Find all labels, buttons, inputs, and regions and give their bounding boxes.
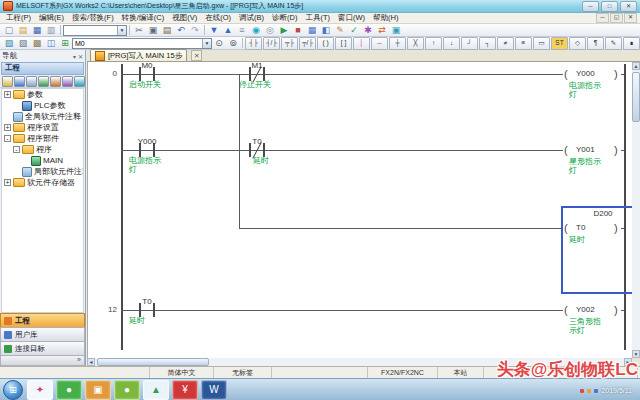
verify-with-plc-icon[interactable]: ≡ [235,25,249,36]
tree-item-program-setting[interactable]: +程序设置 [2,122,83,133]
contact-t0-nc[interactable]: T0 [233,137,281,146]
find-next-icon[interactable]: ⊚ [226,38,240,49]
menu-help[interactable]: 帮助(H) [369,13,402,23]
tree-item-parameter[interactable]: +参数 [2,89,83,100]
tree-expander[interactable]: + [4,124,11,131]
note-display-icon[interactable]: ▩ [30,38,44,49]
ladder-canvas[interactable]: 0 12 M0 启动开关 M1 停止开关 ( Y000 ) 电源指示灯 [87,62,633,358]
paste-icon[interactable]: ▤ [160,25,174,36]
app-ball-icon[interactable]: ● [114,380,140,400]
watch-window-icon[interactable]: ◧ [319,25,333,36]
device-comment-icon[interactable]: ▧ [2,38,16,49]
tab-close-icon[interactable]: ✕ [191,50,202,61]
nav-tool-icon-3[interactable] [38,76,49,87]
open-branch-button[interactable]: ╤├ [281,37,298,50]
chevron-down-icon[interactable]: ▼ [202,39,211,48]
menu-tool[interactable]: 工具(T) [301,13,334,23]
device-list-icon[interactable]: ⊞ [58,38,72,49]
write-to-plc-icon[interactable]: ▼ [207,25,221,36]
branch-up-button[interactable]: ┘ [461,37,478,50]
close-contact-button[interactable]: ┤/├ [263,37,280,50]
invert-operation-button[interactable]: ≠ [497,37,514,50]
photo-viewer-icon[interactable]: ▲ [143,380,169,400]
mdi-minimize-icon[interactable]: ─ [596,13,609,23]
menu-diagnostics[interactable]: 诊断(D) [268,13,301,23]
device-search-combo[interactable]: ▼ [72,38,212,49]
statement-display-icon[interactable]: ▨ [16,38,30,49]
modify-value-icon[interactable]: ✎ [333,25,347,36]
coil-y000[interactable]: Y000 [576,68,595,80]
nav-tool-icon-6[interactable] [74,76,85,87]
vertical-scroll-thumb[interactable] [632,72,640,122]
delete-vertical-line-button[interactable]: ┼ [389,37,406,50]
open-contact-button[interactable]: ┤├ [245,37,262,50]
tree-expander[interactable]: - [4,135,11,142]
menu-edit[interactable]: 编辑(E) [35,13,68,23]
tab-main-program[interactable]: [PRG]写入 MAIN 15步 [90,49,187,61]
tree-expander[interactable]: + [4,179,11,186]
coil-button[interactable]: ( ) [317,37,334,50]
mdi-close-icon[interactable]: ✕ [624,13,637,23]
statement-edit-button[interactable]: ¶ [587,37,604,50]
nav-project-button[interactable]: 工程 [0,313,85,327]
chevron-down-icon[interactable]: ▼ [117,26,126,35]
menu-online[interactable]: 在线(O) [201,13,235,23]
timer-coil-cell[interactable] [561,206,633,294]
close-button[interactable]: ✕ [620,1,637,12]
horizontal-scroll-thumb[interactable] [97,358,209,366]
rebuild-all-icon[interactable]: ✱ [361,25,375,36]
maximize-button[interactable]: □ [601,1,618,12]
falling-pulse-button[interactable]: ↓ [443,37,460,50]
edge-relay-button[interactable]: ≡ [515,37,532,50]
cross-reference-icon[interactable]: ◫ [44,38,58,49]
media-player-icon[interactable]: ✦ [27,380,53,400]
scroll-up-icon[interactable]: ▲ [632,62,640,70]
simulation-stop-icon[interactable]: ■ [291,25,305,36]
tree-item-global-comment[interactable]: 全局软元件注释 [2,111,83,122]
nav-user-library-button[interactable]: 用户库 [0,327,85,341]
delete-horizontal-line-button[interactable]: ╳ [407,37,424,50]
tree-item-pou[interactable]: -程序部件 [2,133,83,144]
app-box-icon[interactable]: ▣ [85,380,111,400]
stock-app-icon[interactable]: ¥ [172,380,198,400]
open-project-icon[interactable]: ▤ [16,25,30,36]
redo-icon[interactable]: ↷ [188,25,202,36]
coil-y002[interactable]: Y002 [576,304,595,316]
menu-debug[interactable]: 调试(B) [235,13,268,23]
nav-tool-icon-1[interactable] [14,76,25,87]
nav-tool-icon-5[interactable] [62,76,73,87]
menu-window[interactable]: 窗口(W) [334,13,369,23]
note-edit-button[interactable]: ✎ [605,37,622,50]
device-batch-monitor-icon[interactable]: ▦ [305,25,319,36]
close-branch-button[interactable]: ╤/├ [299,37,316,50]
plc-diagnostics-icon[interactable]: ▣ [389,25,403,36]
menu-convert-compile[interactable]: 转换/编译(C) [118,13,169,23]
dock-down-icon[interactable]: ▾ [73,53,76,60]
monitor-stop-icon[interactable]: ◎ [263,25,277,36]
cut-icon[interactable]: ✂ [132,25,146,36]
horizontal-line-button[interactable]: ─ [371,37,388,50]
undo-icon[interactable]: ↶ [174,25,188,36]
contact-t0[interactable]: T0 [123,297,171,306]
simulation-start-icon[interactable]: ▶ [277,25,291,36]
application-instruction-button[interactable]: [ ] [335,37,352,50]
find-icon[interactable]: ⊙ [212,38,226,49]
safety-360-icon[interactable]: ● [56,380,82,400]
read-from-plc-icon[interactable]: ▲ [221,25,235,36]
tree-item-device-memory[interactable]: +软元件存储器 [2,177,83,188]
vertical-line-button[interactable]: │ [353,37,370,50]
tree-expander[interactable]: + [4,91,11,98]
instruction-box-button[interactable]: ▭ [533,37,550,50]
nav-tool-icon-2[interactable] [26,76,37,87]
monitor-start-icon[interactable]: ◉ [249,25,263,36]
menu-find-replace[interactable]: 搜索/替换(F) [68,13,118,23]
end-instruction-button[interactable]: ∎ [623,37,640,50]
coil-y001[interactable]: Y001 [576,144,595,156]
inline-st-button[interactable]: ST [551,37,568,50]
menu-project[interactable]: 工程(P) [2,13,35,23]
tree-expander[interactable]: - [13,146,20,153]
scroll-down-icon[interactable]: ▼ [632,350,640,358]
vertical-scrollbar[interactable]: ▲ ▼ [632,62,640,358]
comment-edit-button[interactable]: ◇ [569,37,586,50]
start-button[interactable]: ⊞ [3,380,23,400]
